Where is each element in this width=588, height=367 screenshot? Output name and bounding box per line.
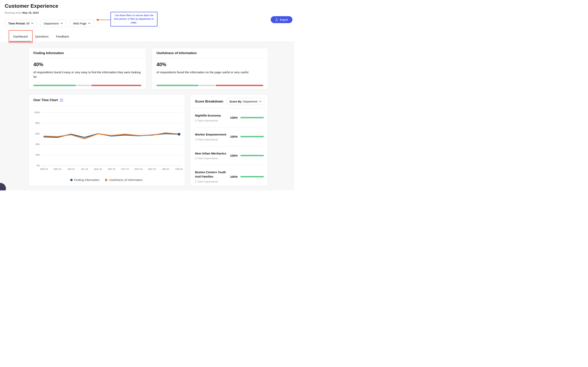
breakdown-item-score-group: 100% bbox=[230, 175, 264, 178]
breakdown-item-score-group: 100% bbox=[230, 116, 264, 119]
svg-text:NOV 24: NOV 24 bbox=[135, 168, 142, 170]
breakdown-item-score: 100% bbox=[230, 135, 238, 138]
chart-body: 0%20%40%60%80%100%APR 24MAY 24JUN 24JUL … bbox=[29, 106, 185, 182]
stat-value: 40% bbox=[156, 62, 263, 67]
breakdown-item-info: Boston Centers Youth And Families2 Total… bbox=[195, 170, 230, 183]
svg-text:DEC 24: DEC 24 bbox=[148, 168, 156, 170]
score-breakdown-item: Boston Centers Youth And Families2 Total… bbox=[195, 165, 263, 186]
breakdown-item-score: 100% bbox=[230, 154, 238, 157]
legend-dot-icon bbox=[105, 179, 107, 181]
time-period-filter[interactable]: Time Period: All bbox=[5, 20, 37, 27]
breakdown-item-respondents: 2 Total respondents bbox=[195, 180, 230, 183]
card-title: Finding Information bbox=[29, 48, 146, 58]
breakdown-item-bar bbox=[240, 155, 264, 156]
legend-label: Finding Information bbox=[74, 178, 99, 182]
tab-dashboard[interactable]: Dashboard bbox=[9, 32, 31, 42]
gray-segment bbox=[77, 85, 91, 86]
running-since-prefix: Running since bbox=[5, 11, 22, 14]
web-page-filter[interactable]: Web Page bbox=[70, 20, 94, 27]
tabs-divider bbox=[5, 42, 294, 42]
over-time-chart-card: Over Time Chart 0%20%40%60%80%100%APR 24… bbox=[28, 94, 185, 186]
score-breakdown-item: Worker Empowerment3 Total respondents100… bbox=[195, 127, 263, 146]
breakdown-item-score: 100% bbox=[230, 116, 238, 119]
customer-experience-dashboard: Customer Experience Running since May 19… bbox=[0, 0, 294, 190]
chevron-down-icon bbox=[61, 23, 63, 24]
score-breakdown-title: Score Breakdown bbox=[195, 100, 223, 103]
running-since-date: May 19, 2024 bbox=[22, 11, 39, 14]
score-by-dropdown[interactable]: Score By: Department bbox=[227, 98, 264, 105]
svg-text:JAN 25: JAN 25 bbox=[162, 168, 169, 170]
export-icon bbox=[275, 18, 278, 21]
legend-dot-icon bbox=[70, 179, 72, 181]
breakdown-item-info: Worker Empowerment3 Total respondents bbox=[195, 132, 230, 141]
over-time-chart-svg: 0%20%40%60%80%100%APR 24MAY 24JUN 24JUL … bbox=[31, 108, 183, 177]
time-period-filter-label-bold: Time Period: bbox=[8, 22, 26, 25]
card-body: 40% of respondents found it easy or very… bbox=[29, 58, 146, 89]
export-button[interactable]: Export bbox=[271, 16, 292, 23]
breakdown-item-bar bbox=[240, 136, 264, 137]
chevron-down-icon bbox=[31, 23, 33, 24]
breakdown-item-respondents: 3 Total respondents bbox=[195, 138, 230, 141]
annotation-arrow bbox=[96, 18, 111, 21]
score-by-label: Score By: bbox=[229, 100, 242, 103]
breakdown-item-respondents: 4 Total respondents bbox=[195, 157, 230, 160]
score-breakdown-card: Score Breakdown Score By: Department Nig… bbox=[190, 94, 268, 186]
breakdown-item-info: Nightlife Economy3 Total respondents bbox=[195, 113, 230, 122]
svg-text:80%: 80% bbox=[35, 122, 40, 124]
score-by-value: Department bbox=[242, 100, 258, 103]
stat-description: of respondents found the information on … bbox=[156, 70, 263, 75]
green-segment bbox=[156, 85, 199, 86]
legend-item[interactable]: Finding Information bbox=[70, 178, 99, 182]
svg-text:100%: 100% bbox=[34, 111, 40, 114]
chart-title: Over Time Chart bbox=[33, 98, 58, 102]
svg-text:20%: 20% bbox=[35, 154, 40, 156]
stat-cards-row: Finding Information 40% of respondents f… bbox=[28, 48, 294, 90]
sentiment-bar bbox=[33, 85, 141, 86]
department-filter-label: Department bbox=[44, 22, 59, 25]
tab-questions[interactable]: Questions bbox=[31, 32, 52, 42]
svg-text:AUG 24: AUG 24 bbox=[94, 168, 102, 170]
finding-information-card: Finding Information 40% of respondents f… bbox=[28, 48, 146, 90]
legend-item[interactable]: Usefulness of Information bbox=[105, 178, 143, 182]
score-breakdown-item: New Urban Mechanics4 Total respondents10… bbox=[195, 146, 263, 165]
svg-text:OCT 24: OCT 24 bbox=[121, 168, 129, 170]
chart-card-header: Over Time Chart bbox=[29, 95, 185, 106]
breakdown-item-name: Boston Centers Youth And Families bbox=[195, 170, 230, 179]
sentiment-bar bbox=[156, 85, 263, 86]
page-title: Customer Experience bbox=[5, 3, 294, 9]
score-breakdown-list: Nightlife Economy3 Total respondents100%… bbox=[190, 108, 268, 186]
score-breakdown-header: Score Breakdown Score By: Department bbox=[190, 95, 268, 108]
tab-feedback[interactable]: Feedback bbox=[52, 32, 73, 42]
department-filter[interactable]: Department bbox=[40, 20, 66, 27]
breakdown-item-score-group: 100% bbox=[230, 154, 264, 157]
svg-text:40%: 40% bbox=[35, 143, 40, 145]
page-header: Customer Experience Running since May 19… bbox=[0, 0, 294, 42]
web-page-filter-label: Web Page bbox=[73, 22, 86, 25]
usefulness-information-card: Usefulness of Information 40% of respond… bbox=[152, 48, 268, 90]
stat-description: of respondents found it easy or very eas… bbox=[33, 70, 141, 79]
breakdown-item-bar bbox=[240, 176, 264, 177]
svg-text:SEP 24: SEP 24 bbox=[108, 168, 115, 170]
card-title: Usefulness of Information bbox=[152, 48, 268, 58]
breakdown-item-name: Worker Empowerment bbox=[195, 132, 230, 137]
svg-text:JUN 24: JUN 24 bbox=[67, 168, 75, 170]
breakdown-item-score-group: 100% bbox=[230, 135, 264, 138]
svg-text:0%: 0% bbox=[37, 164, 40, 167]
svg-text:60%: 60% bbox=[35, 133, 40, 135]
stat-value: 40% bbox=[33, 62, 141, 67]
breakdown-item-bar bbox=[240, 117, 264, 118]
breakdown-item-score: 100% bbox=[230, 175, 238, 178]
time-period-filter-value: All bbox=[26, 22, 29, 25]
dashboard-content: Finding Information 40% of respondents f… bbox=[0, 42, 294, 190]
red-segment bbox=[91, 85, 141, 86]
chevron-down-icon bbox=[259, 101, 261, 102]
charts-row: Over Time Chart 0%20%40%60%80%100%APR 24… bbox=[28, 94, 294, 190]
info-icon[interactable] bbox=[60, 99, 63, 102]
score-breakdown-item: Nightlife Economy3 Total respondents100% bbox=[195, 108, 263, 127]
svg-text:JUL 24: JUL 24 bbox=[81, 168, 88, 170]
breakdown-item-name: Nightlife Economy bbox=[195, 113, 230, 118]
legend-label: Usefulness of Information bbox=[109, 178, 143, 182]
green-segment bbox=[33, 85, 76, 86]
svg-text:APR 24: APR 24 bbox=[40, 168, 48, 170]
annotation-note: Use these filters to narrow down the tim… bbox=[111, 12, 157, 26]
